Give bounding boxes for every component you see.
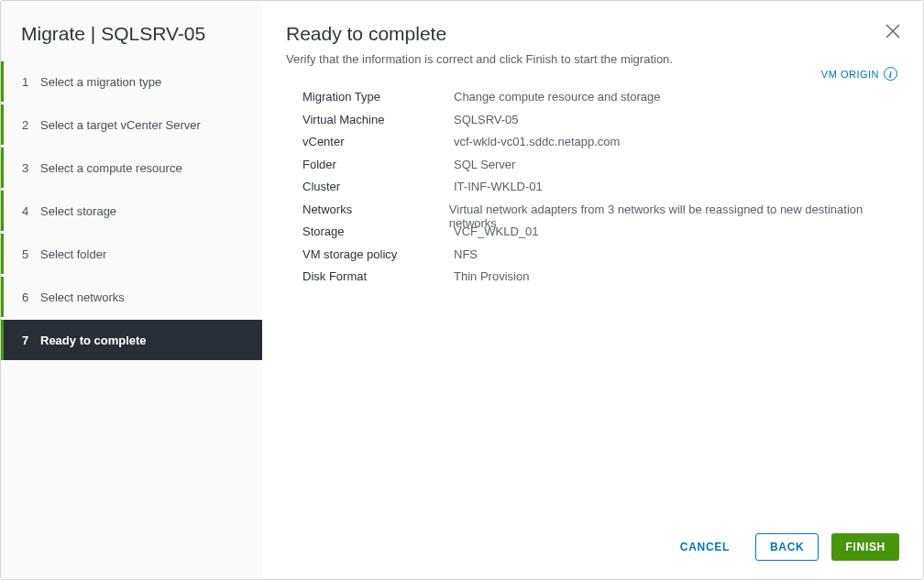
page-subtitle: Verify that the information is correct a… bbox=[286, 52, 899, 66]
summary-row-vcenter: vCenter vcf-wkld-vc01.sddc.netapp.com bbox=[302, 135, 899, 158]
wizard-content-panel: Ready to complete Verify that the inform… bbox=[262, 1, 923, 579]
migrate-wizard-dialog: Migrate | SQLSRV-05 1 Select a migration… bbox=[0, 0, 924, 580]
wizard-side-panel: Migrate | SQLSRV-05 1 Select a migration… bbox=[1, 1, 262, 579]
summary-label: vCenter bbox=[302, 135, 454, 148]
step-compute-resource[interactable]: 3 Select a compute resource bbox=[1, 148, 262, 188]
step-label: Select networks bbox=[40, 290, 125, 304]
summary-label: VM storage policy bbox=[302, 247, 454, 261]
step-target-vcenter[interactable]: 2 Select a target vCenter Server bbox=[1, 104, 262, 145]
step-number: 3 bbox=[22, 161, 40, 175]
close-icon[interactable] bbox=[885, 23, 901, 39]
summary-label: Networks bbox=[302, 202, 449, 216]
summary-value: SQLSRV-05 bbox=[454, 113, 519, 126]
back-button[interactable]: BACK bbox=[755, 533, 819, 561]
summary-label: Folder bbox=[302, 158, 454, 171]
summary-label: Storage bbox=[302, 224, 454, 238]
step-label: Select storage bbox=[40, 204, 116, 218]
wizard-title: Migrate | SQLSRV-05 bbox=[1, 23, 262, 61]
vm-origin-label: VM ORIGIN bbox=[821, 69, 879, 80]
vm-origin-link[interactable]: VM ORIGIN i bbox=[821, 67, 897, 81]
summary-label: Cluster bbox=[302, 180, 454, 193]
summary-row-folder: Folder SQL Server bbox=[302, 158, 899, 181]
finish-button[interactable]: FINISH bbox=[831, 533, 899, 561]
step-ready-to-complete[interactable]: 7 Ready to complete bbox=[1, 320, 262, 360]
summary-label: Virtual Machine bbox=[302, 113, 454, 126]
summary-row-cluster: Cluster IT-INF-WKLD-01 bbox=[302, 180, 899, 202]
wizard-footer: CANCEL BACK FINISH bbox=[286, 520, 899, 561]
summary-row-storage-policy: VM storage policy NFS bbox=[302, 247, 899, 270]
cancel-button[interactable]: CANCEL bbox=[667, 533, 742, 561]
summary-row-networks: Networks Virtual network adapters from 3… bbox=[302, 202, 899, 225]
step-networks[interactable]: 6 Select networks bbox=[1, 277, 262, 317]
step-number: 4 bbox=[22, 204, 40, 218]
step-folder[interactable]: 5 Select folder bbox=[1, 234, 262, 274]
step-list: 1 Select a migration type 2 Select a tar… bbox=[1, 61, 262, 363]
summary-value: Change compute resource and storage bbox=[454, 90, 660, 104]
summary-row-virtual-machine: Virtual Machine SQLSRV-05 bbox=[302, 113, 899, 136]
summary-value: vcf-wkld-vc01.sddc.netapp.com bbox=[454, 135, 620, 148]
summary-row-disk-format: Disk Format Thin Provision bbox=[302, 269, 899, 292]
step-storage[interactable]: 4 Select storage bbox=[1, 191, 262, 231]
page-title: Ready to complete bbox=[286, 23, 899, 45]
summary-value: Thin Provision bbox=[454, 269, 529, 283]
summary-label: Disk Format bbox=[302, 269, 454, 283]
info-icon: i bbox=[884, 67, 897, 81]
step-label: Ready to complete bbox=[40, 334, 147, 347]
summary-table: Migration Type Change compute resource a… bbox=[302, 90, 899, 292]
summary-label: Migration Type bbox=[302, 90, 454, 104]
summary-value: VCF_WKLD_01 bbox=[454, 224, 538, 238]
summary-value: SQL Server bbox=[454, 158, 515, 171]
summary-value: NFS bbox=[454, 247, 478, 261]
step-number: 7 bbox=[22, 334, 40, 347]
step-label: Select a compute resource bbox=[40, 161, 182, 175]
step-label: Select a migration type bbox=[40, 75, 161, 89]
summary-value: IT-INF-WKLD-01 bbox=[454, 180, 543, 193]
step-label: Select a target vCenter Server bbox=[40, 118, 201, 132]
step-number: 5 bbox=[22, 247, 40, 261]
step-number: 1 bbox=[22, 75, 40, 89]
step-number: 6 bbox=[22, 290, 40, 304]
step-label: Select folder bbox=[40, 247, 106, 261]
step-migration-type[interactable]: 1 Select a migration type bbox=[1, 61, 262, 102]
step-number: 2 bbox=[22, 118, 40, 132]
summary-row-migration-type: Migration Type Change compute resource a… bbox=[302, 90, 899, 113]
